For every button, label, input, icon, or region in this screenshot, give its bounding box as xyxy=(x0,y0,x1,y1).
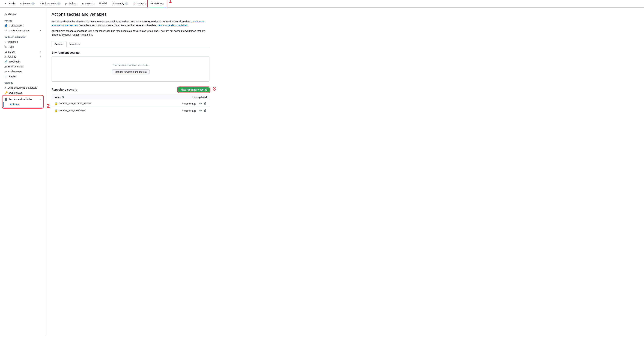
nav-projects[interactable]: ⊞ Projects xyxy=(79,0,96,8)
nav-settings[interactable]: ⚙ Settings 1 xyxy=(148,0,166,8)
insights-icon: 📈 xyxy=(133,2,136,5)
nav-actions-label: Actions xyxy=(68,2,76,5)
tabs-container: Secrets Variables xyxy=(52,41,210,47)
sidebar-item-codespaces[interactable]: ▭ Codespaces xyxy=(3,69,43,74)
delete-icon[interactable]: 🗑 xyxy=(204,109,207,112)
actions-chevron: ∨ xyxy=(40,56,41,58)
sidebar-item-code-security[interactable]: ○ Code security and analysis xyxy=(3,85,43,90)
security-icon: 🛡 xyxy=(112,2,114,5)
secret-name-cell: 🔒 DOCKER_HUB_USERNAME xyxy=(54,109,140,112)
sidebar-item-pages[interactable]: 📄 Pages xyxy=(3,74,43,79)
last-updated-value: 4 months ago xyxy=(182,110,196,112)
page-title: Actions secrets and variables xyxy=(52,12,210,17)
actions-sidebar-icon: ▷ xyxy=(4,55,6,58)
edit-icon[interactable]: ✏ xyxy=(200,102,202,105)
sidebar-collaborators-label: Collaborators xyxy=(9,24,24,27)
pull-requests-badge: 1 xyxy=(57,2,60,4)
nav-insights-label: Insights xyxy=(137,2,146,5)
edit-icon[interactable]: ✏ xyxy=(200,109,202,112)
desc-mid: and are used for sensitive data. xyxy=(156,20,192,23)
projects-icon: ⊞ xyxy=(82,2,84,5)
desc-end: . xyxy=(188,24,188,27)
secret-name-value: DOCKER_HUB_USERNAME xyxy=(59,109,85,112)
issues-badge: 1 xyxy=(32,2,34,4)
nav-settings-label: Settings xyxy=(154,2,164,5)
nav-issues[interactable]: ⊙ Issues 1 xyxy=(18,0,37,8)
tags-icon: 🏷 xyxy=(4,45,7,48)
sidebar-item-rules[interactable]: ☐ Rules ∨ xyxy=(3,49,43,54)
sidebar-item-general[interactable]: ⚙ General xyxy=(3,12,43,17)
sidebar-item-branches[interactable]: ⑂ Branches xyxy=(3,39,43,44)
description-line1: Secrets and variables allow you to manag… xyxy=(52,20,210,28)
secrets-variables-chevron: ∧ xyxy=(39,98,41,100)
sidebar-item-secrets-variables[interactable]: * Secrets and variables ∧ xyxy=(3,97,43,102)
sidebar-moderation-label: Moderation options xyxy=(8,29,30,32)
nav-wiki-label: Wiki xyxy=(102,2,107,5)
repository-secrets-header: Repository secrets New repository secret… xyxy=(52,87,210,92)
sidebar-actions-label: Actions xyxy=(8,55,16,58)
col-last-updated: Last updated xyxy=(143,94,210,100)
page-layout: ⚙ General Access 👤 Collaborators 🛡 Moder… xyxy=(0,8,644,336)
main-content: Actions secrets and variables Secrets an… xyxy=(46,8,215,336)
nav-security[interactable]: 🛡 Security 1 xyxy=(109,0,131,8)
sidebar-item-tags[interactable]: 🏷 Tags xyxy=(3,44,43,49)
description-note: Anyone with collaborator access to this … xyxy=(52,29,210,37)
tab-variables[interactable]: Variables xyxy=(66,41,82,47)
environment-secrets-box: This environment has no secrets. Manage … xyxy=(52,56,210,82)
annotation-3: 3 xyxy=(213,86,216,92)
moderation-chevron: ∨ xyxy=(40,29,41,32)
nav-pull-requests-label: Pull requests xyxy=(42,2,56,5)
general-icon: ⚙ xyxy=(4,13,7,16)
delete-icon[interactable]: 🗑 xyxy=(204,102,207,105)
environment-secrets-title: Environment secrets xyxy=(52,51,210,54)
code-security-icon: ○ xyxy=(4,86,6,89)
secret-last-updated: 4 months ago ✏ 🗑 xyxy=(143,107,210,114)
sidebar-branches-label: Branches xyxy=(8,40,18,43)
new-repository-secret-button[interactable]: New repository secret xyxy=(178,87,210,92)
pages-icon: 📄 xyxy=(4,75,8,78)
nav-wiki[interactable]: ☰ Wiki xyxy=(96,0,109,8)
rules-chevron: ∨ xyxy=(40,50,41,53)
deploy-keys-icon: 🔑 xyxy=(4,91,8,94)
annotation-1: 1 xyxy=(169,0,172,4)
nav-actions[interactable]: ▷ Actions xyxy=(63,0,79,8)
col-name[interactable]: Name ⇅ xyxy=(52,94,143,100)
sidebar-item-moderation[interactable]: 🛡 Moderation options ∨ xyxy=(3,28,43,33)
sidebar-rules-label: Rules xyxy=(8,50,15,53)
sidebar: ⚙ General Access 👤 Collaborators 🛡 Moder… xyxy=(0,8,46,336)
wiki-icon: ☰ xyxy=(99,2,101,5)
nav-insights[interactable]: 📈 Insights xyxy=(131,0,148,8)
tab-secrets[interactable]: Secrets xyxy=(52,41,66,47)
table-row: 🔒 DOCKER_HUB_USERNAME 4 months ago ✏ 🗑 xyxy=(52,107,210,114)
nav-code[interactable]: <> Code xyxy=(3,0,18,8)
sidebar-environments-label: Environments xyxy=(8,65,23,68)
issues-icon: ⊙ xyxy=(20,2,22,5)
pull-requests-icon: ⑃ xyxy=(40,2,41,5)
sidebar-actions-leaf-label: Actions xyxy=(10,103,19,106)
desc-link2[interactable]: Learn more about variables xyxy=(158,24,188,27)
sidebar-item-actions-leaf[interactable]: Actions xyxy=(3,102,43,107)
sidebar-item-actions[interactable]: ▷ Actions ∨ xyxy=(3,54,43,59)
sidebar-item-collaborators[interactable]: 👤 Collaborators xyxy=(3,23,43,28)
sidebar-item-environments[interactable]: ⊞ Environments xyxy=(3,64,43,69)
sidebar-item-deploy-keys[interactable]: 🔑 Deploy keys xyxy=(3,90,43,95)
nav-pull-requests[interactable]: ⑃ Pull requests 1 xyxy=(37,0,63,8)
repository-secrets-title: Repository secrets xyxy=(52,88,77,91)
collaborators-icon: 👤 xyxy=(4,24,8,27)
secret-name-cell: 🔒 DOCKER_HUB_ACCESS_TOKEN xyxy=(54,102,140,105)
desc-bold2: non-sensitive xyxy=(135,24,150,27)
security-badge: 1 xyxy=(125,2,128,4)
sidebar-item-webhooks[interactable]: 🔗 Webhooks xyxy=(3,59,43,64)
action-icons: ✏ 🗑 xyxy=(200,109,207,112)
manage-environment-secrets-button[interactable]: Manage environment secrets xyxy=(112,70,150,74)
action-icons: ✏ 🗑 xyxy=(200,102,207,105)
environments-icon: ⊞ xyxy=(4,65,7,68)
nav-security-label: Security xyxy=(115,2,124,5)
sort-icon: ⇅ xyxy=(62,96,64,98)
sidebar-code-security-label: Code security and analysis xyxy=(8,86,37,89)
table-row: 🔒 DOCKER_HUB_ACCESS_TOKEN 4 months ago ✏… xyxy=(52,100,210,107)
sidebar-codespaces-label: Codespaces xyxy=(8,70,22,73)
secrets-variables-icon: * xyxy=(5,98,7,101)
desc-post2: data. xyxy=(151,24,158,27)
webhooks-icon: 🔗 xyxy=(4,60,8,63)
